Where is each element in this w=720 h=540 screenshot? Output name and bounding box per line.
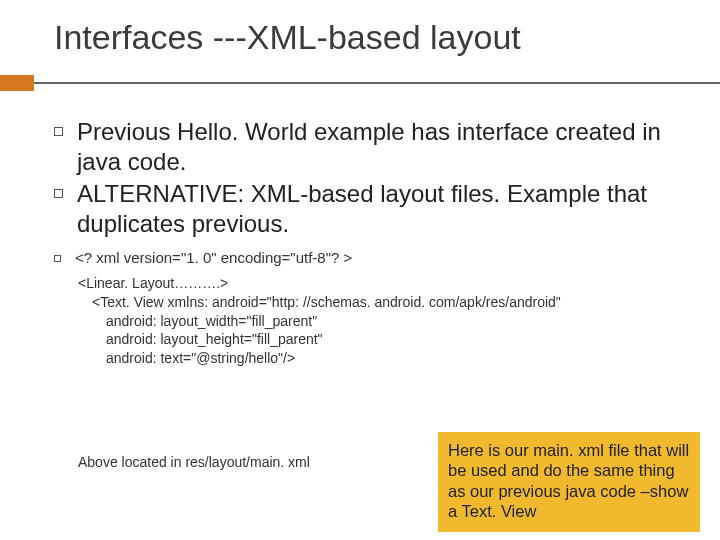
code-line: <Text. View xmlns: android="http: //sche… — [78, 293, 690, 312]
code-line: android: text="@string/hello"/> — [78, 349, 690, 368]
list-item: Previous Hello. World example has interf… — [54, 117, 690, 177]
bullet-list: Previous Hello. World example has interf… — [0, 117, 720, 268]
accent-block — [0, 75, 34, 91]
bullet-text: ALTERNATIVE: XML-based layout files. Exa… — [77, 179, 690, 239]
callout-box: Here is our main. xml file that will be … — [438, 432, 700, 533]
bullet-square-icon — [54, 255, 61, 262]
list-item: ALTERNATIVE: XML-based layout files. Exa… — [54, 179, 690, 239]
list-item: <? xml version="1. 0" encoding="utf-8"? … — [54, 249, 690, 268]
code-line: android: layout_width="fill_parent" — [78, 312, 690, 331]
bullet-text: <? xml version="1. 0" encoding="utf-8"? … — [75, 249, 352, 268]
bullet-text: Previous Hello. World example has interf… — [77, 117, 690, 177]
code-line: android: layout_height="fill_parent" — [78, 330, 690, 349]
bullet-square-icon — [54, 189, 63, 198]
accent-divider — [0, 75, 720, 91]
bullet-square-icon — [54, 127, 63, 136]
code-block: <Linear. Layout……….> <Text. View xmlns: … — [0, 274, 720, 368]
slide-title: Interfaces ---XML-based layout — [0, 0, 720, 69]
code-line: <Linear. Layout……….> — [78, 274, 690, 293]
footer-note: Above located in res/layout/main. xml — [78, 454, 310, 470]
accent-line — [34, 82, 720, 84]
